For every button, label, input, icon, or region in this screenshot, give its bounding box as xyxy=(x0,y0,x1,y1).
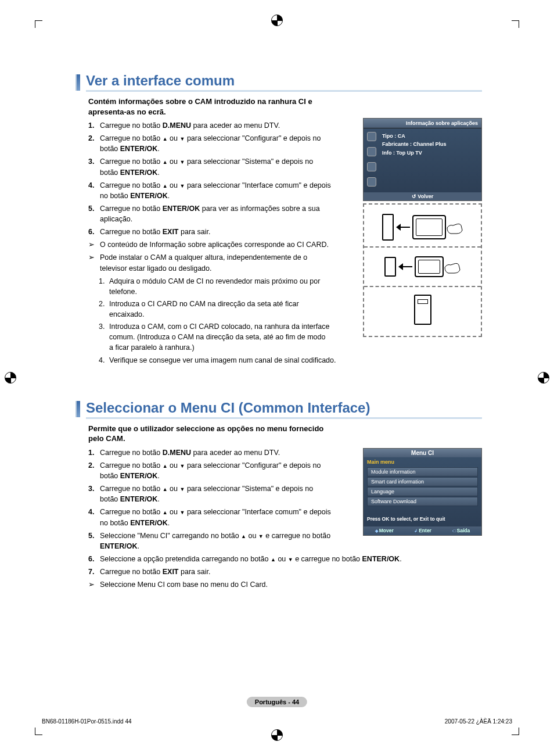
section1-steps: 1.Carregue no botão D.MENU para aceder a… xyxy=(88,120,332,274)
section2-intro: Permite que o utilizador seleccione as o… xyxy=(88,424,332,444)
list-item: 2.Carregue no botão ou para seleccionar … xyxy=(88,133,332,154)
section-heading: Seleccionar o Menu CI (Common Interface) xyxy=(75,400,482,419)
list-item: 6.Seleccione a opção pretendida carregan… xyxy=(88,554,460,564)
osd-icon xyxy=(367,177,376,187)
note-text: Seleccione Menu CI com base no menu do C… xyxy=(100,579,268,590)
osd-line: Tipo : CA xyxy=(382,132,447,140)
substep-text: Introduza o CI CARD no CAM na direcção d… xyxy=(109,299,331,320)
section2-title: Seleccionar o Menu CI (Common Interface) xyxy=(86,400,482,419)
note-arrow-icon: ➢ xyxy=(88,239,100,250)
registration-mark-icon xyxy=(538,372,549,384)
section-heading: Ver a interface comum xyxy=(75,73,482,92)
footer-filename: BN68-01186H-01Por-0515.indd 44 xyxy=(42,718,132,725)
arrow-left-icon xyxy=(396,225,410,230)
osd-globe-icon xyxy=(367,132,376,141)
footer-enter: Enter xyxy=(414,528,431,533)
heading-bar-icon xyxy=(75,74,80,91)
list-item: 3.Carregue no botão ou para seleccionar … xyxy=(88,483,332,504)
footer-meta: BN68-01186H-01Por-0515.indd 44 2007-05-2… xyxy=(42,718,512,725)
step-text: Carregue no botão ENTER/OK para ver as i… xyxy=(100,205,320,223)
step-text: Carregue no botão EXIT para sair. xyxy=(100,228,210,236)
list-item: 5.Seleccione "Menu CI" carregando no bot… xyxy=(88,531,332,551)
list-item: 5.Carregue no botão ENTER/OK para ver as… xyxy=(88,203,332,224)
note-item: ➢ Seleccione Menu CI com base no menu do… xyxy=(88,579,460,590)
list-item: 4.Carregue no botão ou para seleccionar … xyxy=(88,507,332,528)
section1-title: Ver a interface comum xyxy=(86,73,482,92)
step-text: Seleccione a opção pretendida carregando… xyxy=(100,555,402,563)
step-text: Carregue no botão ou para seleccionar "C… xyxy=(100,461,321,480)
osd-gear-icon xyxy=(367,162,376,171)
hand-icon xyxy=(444,259,461,274)
osd-box: Menu CI Main menu Module information Sma… xyxy=(363,448,482,536)
step-text: Seleccione "Menu CI" carregando no botão… xyxy=(100,532,330,550)
illustration-row xyxy=(364,287,481,332)
osd-menu-ci: Menu CI Main menu Module information Sma… xyxy=(363,448,482,536)
list-item: 2.Introduza o CI CARD no CAM na direcção… xyxy=(99,299,331,320)
osd-info-text: Tipo : CA Fabricante : Channel Plus Info… xyxy=(380,128,449,192)
step-text: Carregue no botão EXIT para sair. xyxy=(100,568,210,576)
osd-footer: Mover Enter Saída xyxy=(364,526,481,535)
menu-item: Software Download xyxy=(367,497,478,506)
osd-box: Informação sobre aplicações Tipo : CA Fa… xyxy=(363,118,482,201)
list-item: 7.Carregue no botão EXIT para sair. xyxy=(88,567,460,577)
tv-icon xyxy=(415,256,444,277)
osd-title: Informação sobre aplicações xyxy=(364,119,481,128)
menu-item: Language xyxy=(367,487,478,496)
footer-timestamp: 2007-05-22 ¿ÀÈÄ 1:24:23 xyxy=(445,718,512,725)
osd-subtitle: Main menu xyxy=(364,457,481,467)
step-text: Carregue no botão ou para seleccionar "C… xyxy=(100,134,321,153)
menu-item: Smart card information xyxy=(367,477,478,486)
substep-text: Verifique se consegue ver uma imagem num… xyxy=(109,355,336,366)
hand-icon xyxy=(446,220,463,235)
footer-move: Mover xyxy=(375,528,394,533)
list-item: 6.Carregue no botão EXIT para sair. xyxy=(88,227,332,237)
note-item: ➢ Pode instalar o CAM a qualquer altura,… xyxy=(88,252,332,273)
osd-application-info: Informação sobre aplicações Tipo : CA Fa… xyxy=(363,118,482,337)
heading-bar-icon xyxy=(75,401,80,417)
step-text: Carregue no botão D.MENU para aceder ao … xyxy=(100,121,280,130)
note-item: ➢ O conteúdo de Informação sobre aplicaç… xyxy=(88,239,332,250)
note-text: O conteúdo de Informação sobre aplicaçõe… xyxy=(100,239,329,250)
footer-exit: Saída xyxy=(452,528,470,533)
step-text: Carregue no botão ou para seleccionar "I… xyxy=(100,181,331,200)
page-frame: Ver a interface comum Contém informações… xyxy=(35,20,519,735)
note-text: Pode instalar o CAM a qualquer altura, i… xyxy=(100,252,332,273)
osd-line: Info : Top Up TV xyxy=(382,149,447,157)
arrow-left-icon xyxy=(398,264,412,269)
crop-mark xyxy=(35,728,42,735)
tv-icon xyxy=(412,215,446,239)
crop-mark xyxy=(35,20,42,28)
osd-footer: Volver xyxy=(364,192,481,200)
osd-title: Menu CI xyxy=(364,449,481,457)
step-text: Carregue no botão D.MENU para aceder ao … xyxy=(100,449,280,457)
step-text: Carregue no botão ou para seleccionar "I… xyxy=(100,508,331,526)
step-text: Carregue no botão ou para seleccionar "S… xyxy=(100,157,313,176)
note-arrow-icon: ➢ xyxy=(88,252,100,273)
step-text: Carregue no botão ou para seleccionar "S… xyxy=(100,485,313,503)
registration-mark-icon xyxy=(271,729,283,741)
note-arrow-icon: ➢ xyxy=(88,579,100,590)
list-item: 4.Carregue no botão ou para seleccionar … xyxy=(88,180,332,201)
osd-icon xyxy=(367,147,376,156)
registration-mark-icon xyxy=(271,15,283,26)
registration-mark-icon xyxy=(5,372,16,384)
osd-icon-column xyxy=(364,128,380,192)
list-item: 1.Carregue no botão D.MENU para aceder a… xyxy=(88,120,332,131)
menu-item: Module information xyxy=(367,467,478,476)
substep-text: Introduza o CAM, com o CI CARD colocado,… xyxy=(109,321,331,353)
osd-line: Fabricante : Channel Plus xyxy=(382,140,447,148)
list-item: 2.Carregue no botão ou para seleccionar … xyxy=(88,460,332,481)
ci-card-icon xyxy=(382,214,394,241)
crop-mark xyxy=(512,728,519,735)
crop-mark xyxy=(512,20,519,28)
ci-card-illustration xyxy=(363,203,482,337)
tv-side-icon xyxy=(414,295,431,325)
list-item: 3.Introduza o CAM, com o CI CARD colocad… xyxy=(99,321,331,353)
illustration-row xyxy=(364,248,481,287)
content-area: Ver a interface comum Contém informações… xyxy=(75,73,482,592)
list-item: 3.Carregue no botão ou para seleccionar … xyxy=(88,156,332,177)
substep-text: Adquira o módulo CAM de CI no revendedor… xyxy=(109,276,331,297)
osd-hint: Press OK to select, or Exit to quit xyxy=(364,513,481,523)
section1-substeps: 1.Adquira o módulo CAM de CI no revended… xyxy=(99,276,331,366)
illustration-row xyxy=(364,208,481,248)
